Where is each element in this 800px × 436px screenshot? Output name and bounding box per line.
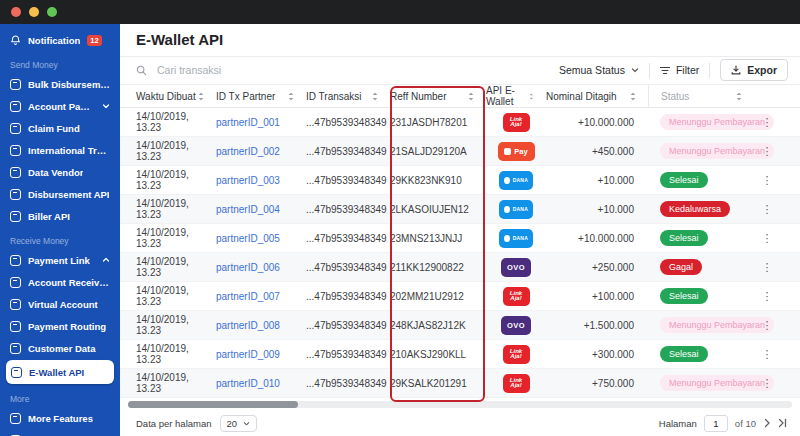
search-box[interactable] (136, 63, 559, 77)
cell-nominal-ditagih: +10.000.000 (546, 233, 648, 244)
row-menu-button[interactable]: ⋮ (754, 378, 780, 389)
sidebar-item-e-wallet-api[interactable]: E-Wallet API (6, 360, 114, 384)
status-badge: Gagal (660, 259, 702, 275)
search-icon (136, 65, 147, 76)
table-row[interactable]: 14/10/2019, 13.23 partnerID_003 ...47b95… (120, 166, 800, 195)
cell-id-tx-partner-link[interactable]: partnerID_009 (216, 349, 306, 360)
menu-item-icon (10, 211, 21, 222)
scrollbar-thumb[interactable] (128, 401, 298, 408)
sidebar-item-data-vendor[interactable]: Data Vendor (0, 161, 120, 183)
menu-item-icon (10, 123, 21, 134)
sidebar-item-account-receivable[interactable]: Account Receivable (0, 271, 120, 293)
cell-id-tx-partner-link[interactable]: partnerID_002 (216, 146, 306, 157)
table-row[interactable]: 14/10/2019, 13.23 partnerID_007 ...47b95… (120, 282, 800, 311)
kebab-icon: ⋮ (762, 233, 773, 244)
sidebar-item-account-payable[interactable]: Account Payable (0, 95, 120, 117)
table-row[interactable]: 14/10/2019, 13.23 partnerID_008 ...47b95… (120, 311, 800, 340)
sidebar-item-payment-routing[interactable]: Payment Routing (0, 315, 120, 337)
sidebar-section-label: Send Money (0, 51, 120, 73)
cell-waktu-dibuat: 14/10/2019, 13.23 (136, 343, 216, 365)
cell-api-ewallet: DANA (486, 171, 546, 190)
menu-item-icon (10, 277, 21, 288)
cell-api-ewallet: LinkAja! (486, 113, 546, 132)
per-page-label: Data per halaman (136, 418, 212, 429)
sidebar-item-disbursement-api[interactable]: Disbursement API (0, 183, 120, 205)
toolbar: Semua Status Filter Expor (120, 57, 800, 85)
column-header-waktu-dibuat[interactable]: Waktu Dibuat (136, 91, 216, 102)
horizontal-scrollbar[interactable] (128, 401, 792, 408)
cell-id-tx-partner-link[interactable]: partnerID_001 (216, 117, 306, 128)
column-header-reff-number[interactable]: Reff Number (390, 91, 486, 102)
cell-id-transaksi: ...47b9539348349 (306, 349, 390, 360)
row-menu-button[interactable]: ⋮ (754, 175, 780, 186)
table-row[interactable]: 14/10/2019, 13.23 partnerID_010 ...47b95… (120, 369, 800, 398)
sidebar-item-customer-data[interactable]: Customer Data (0, 337, 120, 359)
cell-api-ewallet: LinkAja! (486, 345, 546, 364)
cell-id-tx-partner-link[interactable]: partnerID_004 (216, 204, 306, 215)
cell-status: Gagal (648, 259, 754, 275)
page-number-input[interactable] (704, 415, 728, 432)
column-header-id-transaksi[interactable]: ID Transaksi (306, 91, 390, 102)
sort-icon (630, 92, 636, 101)
minimize-button[interactable] (29, 7, 39, 17)
sidebar-item-biller-api[interactable]: Biller API (0, 205, 120, 227)
sidebar-item-bulk-disbursement[interactable]: Bulk Disbursement (0, 73, 120, 95)
cell-api-ewallet: Pay (486, 142, 546, 161)
column-header-nominal-ditagih[interactable]: Nominal Ditagih (546, 91, 648, 102)
cell-id-tx-partner-link[interactable]: partnerID_005 (216, 233, 306, 244)
cell-id-tx-partner-link[interactable]: partnerID_007 (216, 291, 306, 302)
row-menu-button[interactable]: ⋮ (754, 291, 780, 302)
column-header-api-ewallet[interactable]: API E-Wallet (486, 85, 546, 107)
table-row[interactable]: 14/10/2019, 13.23 partnerID_009 ...47b95… (120, 340, 800, 369)
row-menu-button[interactable]: ⋮ (754, 233, 780, 244)
sort-icon (529, 92, 534, 101)
sidebar-item-settings[interactable]: Settings (0, 429, 120, 436)
row-menu-button[interactable]: ⋮ (754, 320, 780, 331)
table-row[interactable]: 14/10/2019, 13.23 partnerID_002 ...47b95… (120, 137, 800, 166)
gopay-badge: Pay (498, 142, 535, 161)
cell-id-tx-partner-link[interactable]: partnerID_008 (216, 320, 306, 331)
sidebar: Notification 12 Send Money Bulk Disburse… (0, 24, 120, 436)
next-page-button[interactable] (763, 418, 771, 428)
cell-reff-number: 231JASDH78201 (390, 117, 486, 128)
kebab-icon: ⋮ (762, 146, 773, 157)
linkaja-badge: LinkAja! (503, 113, 530, 132)
cell-id-tx-partner-link[interactable]: partnerID_010 (216, 378, 306, 389)
sidebar-sections: Send Money Bulk Disbursement Account Pay… (0, 51, 120, 436)
cell-id-tx-partner-link[interactable]: partnerID_003 (216, 175, 306, 186)
table-row[interactable]: 14/10/2019, 13.23 partnerID_001 ...47b95… (120, 108, 800, 137)
sidebar-item-payment-link[interactable]: Payment Link (0, 249, 120, 271)
row-menu-button[interactable]: ⋮ (754, 204, 780, 215)
row-menu-button[interactable]: ⋮ (754, 349, 780, 360)
sidebar-item-international-transfer[interactable]: International Transfer (0, 139, 120, 161)
row-menu-button[interactable]: ⋮ (754, 146, 780, 157)
status-filter-dropdown[interactable]: Semua Status (559, 64, 639, 76)
cell-nominal-ditagih: +1.500.000 (546, 320, 648, 331)
zoom-button[interactable] (47, 7, 57, 17)
search-input[interactable] (155, 63, 335, 77)
table-row[interactable]: 14/10/2019, 13.23 partnerID_006 ...47b95… (120, 253, 800, 282)
sidebar-item-label: Bulk Disbursement (28, 79, 110, 90)
column-header-id-tx-partner[interactable]: ID Tx Partner (216, 91, 306, 102)
menu-item-icon (10, 189, 21, 200)
column-header-status[interactable]: Status (648, 85, 754, 107)
table-row[interactable]: 14/10/2019, 13.23 partnerID_005 ...47b95… (120, 224, 800, 253)
row-menu-button[interactable]: ⋮ (754, 117, 780, 128)
row-menu-button[interactable]: ⋮ (754, 262, 780, 273)
cell-waktu-dibuat: 14/10/2019, 13.23 (136, 372, 216, 394)
kebab-icon: ⋮ (762, 291, 773, 302)
close-button[interactable] (11, 7, 21, 17)
last-page-button[interactable] (778, 418, 788, 428)
cell-id-transaksi: ...47b9539348349 (306, 117, 390, 128)
chevron-up-icon (102, 256, 110, 264)
filter-button[interactable]: Filter (660, 64, 699, 76)
sidebar-item-more-features[interactable]: More Features (0, 407, 120, 429)
table-footer: Data per halaman 20 Halaman of 10 (120, 411, 800, 436)
export-button[interactable]: Expor (720, 59, 788, 81)
sidebar-item-notification[interactable]: Notification 12 (0, 29, 120, 51)
sidebar-item-virtual-account[interactable]: Virtual Account (0, 293, 120, 315)
per-page-select[interactable]: 20 (220, 415, 258, 432)
cell-id-tx-partner-link[interactable]: partnerID_006 (216, 262, 306, 273)
table-row[interactable]: 14/10/2019, 13.23 partnerID_004 ...47b95… (120, 195, 800, 224)
sidebar-item-claim-fund[interactable]: Claim Fund (0, 117, 120, 139)
